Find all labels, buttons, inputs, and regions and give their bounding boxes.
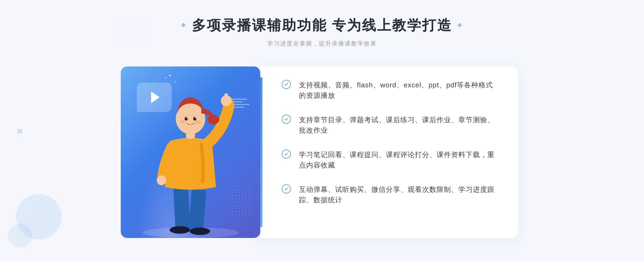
svg-point-12 bbox=[193, 117, 196, 121]
title-text: 多项录播课辅助功能 专为线上教学打造 bbox=[192, 16, 452, 35]
feature-item-4: 互动弹幕、试听购买、微信分享、观看次数限制、学习进度跟踪、数据统计 bbox=[282, 184, 496, 205]
svg-rect-2 bbox=[188, 189, 206, 232]
svg-point-9 bbox=[176, 103, 205, 134]
feature-text-1: 支持视频、音频、flash、word、excel、ppt、pdf等各种格式的资源… bbox=[299, 80, 496, 101]
chevron-left-deco: » bbox=[17, 125, 23, 136]
header-section: ❖ 多项录播课辅助功能 专为线上教学打造 ❖ 学习进度全掌握，提升录播课教学效果 bbox=[176, 16, 468, 48]
dot-pattern-bottom-left bbox=[32, 197, 64, 229]
image-card bbox=[121, 66, 260, 238]
right-content-panel: 支持视频、音频、flash、word、excel、ppt、pdf等各种格式的资源… bbox=[260, 66, 518, 238]
feature-text-3: 学习笔记回看、课程提问、课程评论打分、课件资料下载，重点内容收藏 bbox=[299, 150, 496, 170]
check-icon-2 bbox=[282, 115, 291, 124]
accent-bar bbox=[260, 77, 262, 227]
header-dots-right: ❖ bbox=[457, 22, 463, 29]
svg-point-11 bbox=[185, 117, 188, 121]
feature-text-2: 支持章节目录、弹题考试、课后练习、课后作业、章节测验、批改作业 bbox=[299, 115, 496, 136]
feature-item-3: 学习笔记回看、课程提问、课程评论打分、课件资料下载，重点内容收藏 bbox=[282, 150, 496, 170]
svg-point-14 bbox=[195, 117, 196, 118]
feature-item-2: 支持章节目录、弹题考试、课后练习、课后作业、章节测验、批改作业 bbox=[282, 115, 496, 136]
svg-point-3 bbox=[170, 226, 190, 234]
left-image-section bbox=[121, 61, 266, 243]
svg-point-16 bbox=[195, 120, 201, 124]
svg-point-7 bbox=[157, 176, 166, 185]
svg-rect-1 bbox=[173, 187, 190, 230]
svg-point-4 bbox=[190, 228, 210, 235]
check-icon-1 bbox=[282, 80, 291, 89]
header-dots-left: ❖ bbox=[181, 22, 187, 29]
person-illustration bbox=[121, 66, 260, 238]
svg-point-15 bbox=[180, 120, 186, 124]
svg-point-13 bbox=[186, 117, 188, 118]
deco-circle-small bbox=[8, 223, 32, 248]
svg-rect-6 bbox=[224, 93, 228, 103]
feature-text-4: 互动弹幕、试听购买、微信分享、观看次数限制、学习进度跟踪、数据统计 bbox=[299, 184, 496, 205]
main-title: ❖ 多项录播课辅助功能 专为线上教学打造 ❖ bbox=[176, 16, 468, 35]
subtitle-text: 学习进度全掌握，提升录播课教学效果 bbox=[176, 40, 468, 48]
page-wrapper: » ❖ 多项录播课辅助功能 专为线上教学打造 ❖ 学习进度全掌握，提升录播课教学… bbox=[0, 0, 644, 261]
check-icon-4 bbox=[282, 184, 291, 193]
feature-item-1: 支持视频、音频、flash、word、excel、ppt、pdf等各种格式的资源… bbox=[282, 80, 496, 101]
svg-point-10 bbox=[207, 115, 219, 124]
check-icon-3 bbox=[282, 150, 291, 159]
content-area: 支持视频、音频、flash、word、excel、ppt、pdf等各种格式的资源… bbox=[121, 61, 523, 243]
dot-pattern-top-left bbox=[115, 16, 148, 48]
